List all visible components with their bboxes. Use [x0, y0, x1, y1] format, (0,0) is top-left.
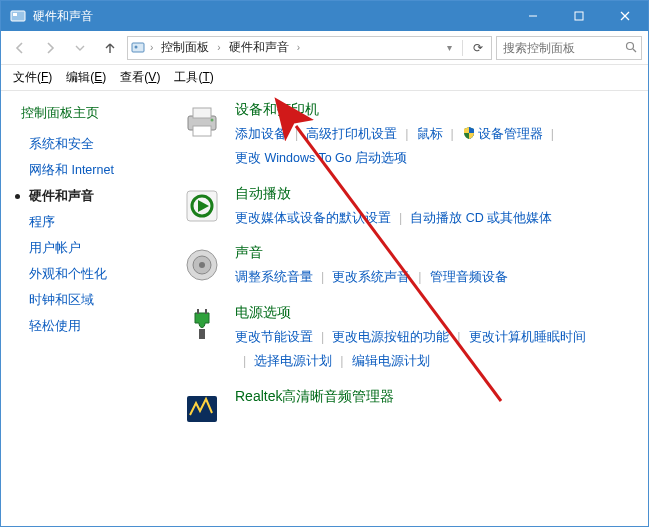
sidebar-title[interactable]: 控制面板主页: [21, 105, 181, 122]
sound-icon: [181, 244, 223, 286]
category-links: 调整系统音量|更改系统声音|管理音频设备: [235, 266, 508, 290]
category-link[interactable]: 更改 Windows To Go 启动选项: [235, 147, 407, 171]
link-separator: |: [321, 266, 324, 290]
sidebar-item[interactable]: 外观和个性化: [29, 266, 181, 283]
svg-point-13: [211, 119, 214, 122]
category-link[interactable]: 鼠标: [417, 123, 443, 147]
category: 设备和打印机添加设备|高级打印机设置|鼠标|设备管理器|更改 Windows T…: [181, 101, 638, 171]
category-link[interactable]: 更改电源按钮的功能: [332, 326, 449, 350]
breadcrumb-hardware-sound[interactable]: 硬件和声音: [225, 37, 293, 59]
main-panel: 设备和打印机添加设备|高级打印机设置|鼠标|设备管理器|更改 Windows T…: [181, 91, 648, 526]
category-title[interactable]: 电源选项: [235, 304, 595, 322]
svg-point-18: [199, 262, 205, 268]
search-icon: [625, 39, 637, 57]
category-link[interactable]: 添加设备: [235, 123, 287, 147]
breadcrumb-sep: ›: [150, 42, 153, 53]
category: 电源选项更改节能设置|更改电源按钮的功能|更改计算机睡眠时间|选择电源计划|编辑…: [181, 304, 638, 374]
address-bar[interactable]: › 控制面板 › 硬件和声音 › ▾ ⟳: [127, 36, 492, 60]
category-links: 更改节能设置|更改电源按钮的功能|更改计算机睡眠时间|选择电源计划|编辑电源计划: [235, 326, 595, 374]
window-title: 硬件和声音: [33, 8, 93, 25]
menu-file[interactable]: 文件(F): [7, 67, 58, 88]
link-separator: |: [451, 123, 454, 147]
link-separator: |: [405, 123, 408, 147]
sidebar-item[interactable]: 硬件和声音: [29, 188, 181, 205]
svg-point-8: [627, 42, 634, 49]
menu-edit[interactable]: 编辑(E): [60, 67, 112, 88]
sidebar-item[interactable]: 用户帐户: [29, 240, 181, 257]
sidebar-item[interactable]: 时钟和区域: [29, 292, 181, 309]
category-link[interactable]: 更改计算机睡眠时间: [469, 326, 586, 350]
minimize-button[interactable]: [510, 1, 556, 31]
search-box[interactable]: [496, 36, 642, 60]
category-link[interactable]: 更改媒体或设备的默认设置: [235, 207, 391, 231]
nav-bar: › 控制面板 › 硬件和声音 › ▾ ⟳: [1, 31, 648, 65]
category: Realtek高清晰音频管理器: [181, 388, 638, 430]
category-title[interactable]: 声音: [235, 244, 508, 262]
sidebar-item[interactable]: 程序: [29, 214, 181, 231]
category: 自动播放更改媒体或设备的默认设置|自动播放 CD 或其他媒体: [181, 185, 638, 231]
link-separator: |: [321, 326, 324, 350]
category-link[interactable]: 更改节能设置: [235, 326, 313, 350]
category-title[interactable]: 设备和打印机: [235, 101, 595, 119]
close-button[interactable]: [602, 1, 648, 31]
link-separator: |: [295, 123, 298, 147]
category-title[interactable]: Realtek高清晰音频管理器: [235, 388, 394, 406]
sidebar: 控制面板主页 系统和安全网络和 Internet硬件和声音程序用户帐户外观和个性…: [1, 91, 181, 526]
svg-line-9: [633, 49, 636, 52]
link-separator: |: [399, 207, 402, 231]
address-dropdown[interactable]: ▾: [441, 42, 458, 53]
maximize-button[interactable]: [556, 1, 602, 31]
link-separator: |: [457, 326, 460, 350]
sidebar-item[interactable]: 轻松使用: [29, 318, 181, 335]
printer-icon: [181, 101, 223, 143]
menu-view[interactable]: 查看(V): [114, 67, 166, 88]
svg-rect-19: [199, 329, 205, 339]
up-button[interactable]: [97, 35, 123, 61]
category-link[interactable]: 自动播放 CD 或其他媒体: [410, 207, 552, 231]
link-separator: |: [418, 266, 421, 290]
category-links: 更改媒体或设备的默认设置|自动播放 CD 或其他媒体: [235, 207, 552, 231]
breadcrumb-sep: ›: [217, 42, 220, 53]
power-icon: [181, 304, 223, 346]
category-title[interactable]: 自动播放: [235, 185, 552, 203]
svg-rect-11: [193, 108, 211, 118]
link-separator: |: [551, 123, 554, 147]
svg-rect-3: [575, 12, 583, 20]
autoplay-icon: [181, 185, 223, 227]
category-link[interactable]: 调整系统音量: [235, 266, 313, 290]
back-button[interactable]: [7, 35, 33, 61]
category-link[interactable]: 高级打印机设置: [306, 123, 397, 147]
category-link[interactable]: 设备管理器: [462, 123, 543, 147]
link-separator: |: [243, 350, 246, 374]
refresh-button[interactable]: ⟳: [467, 41, 489, 55]
realtek-icon: [181, 388, 223, 430]
search-input[interactable]: [501, 40, 625, 56]
control-panel-small-icon: [130, 40, 146, 56]
category-link[interactable]: 更改系统声音: [332, 266, 410, 290]
sidebar-item[interactable]: 系统和安全: [29, 136, 181, 153]
menu-tools[interactable]: 工具(T): [168, 67, 219, 88]
forward-button[interactable]: [37, 35, 63, 61]
menu-bar: 文件(F) 编辑(E) 查看(V) 工具(T): [1, 65, 648, 91]
shield-icon: [462, 126, 476, 140]
category-link[interactable]: 编辑电源计划: [352, 350, 430, 374]
control-panel-icon: [9, 7, 27, 25]
category-link[interactable]: 选择电源计划: [254, 350, 332, 374]
sidebar-item[interactable]: 网络和 Internet: [29, 162, 181, 179]
breadcrumb-sep: ›: [297, 42, 300, 53]
svg-rect-12: [193, 126, 211, 136]
breadcrumb-control-panel[interactable]: 控制面板: [157, 37, 213, 59]
svg-rect-1: [13, 13, 17, 16]
title-bar: 硬件和声音: [1, 1, 648, 31]
link-separator: |: [340, 350, 343, 374]
recent-dropdown[interactable]: [67, 35, 93, 61]
category-links: 添加设备|高级打印机设置|鼠标|设备管理器|更改 Windows To Go 启…: [235, 123, 595, 171]
svg-point-7: [135, 45, 138, 48]
category-link[interactable]: 管理音频设备: [430, 266, 508, 290]
category: 声音调整系统音量|更改系统声音|管理音频设备: [181, 244, 638, 290]
content-area: 控制面板主页 系统和安全网络和 Internet硬件和声音程序用户帐户外观和个性…: [1, 91, 648, 526]
svg-rect-6: [132, 43, 144, 52]
